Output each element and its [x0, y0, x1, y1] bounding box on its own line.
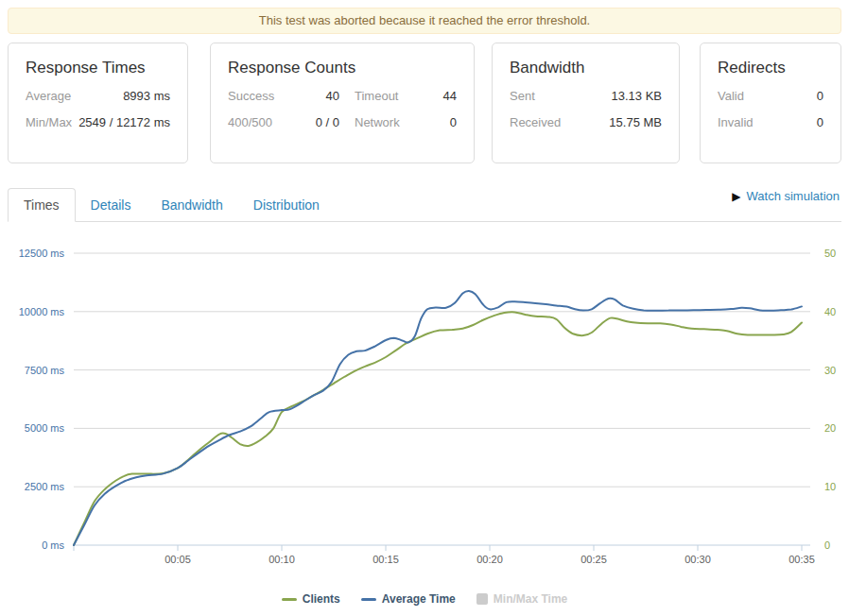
- stat-label: Network: [355, 115, 413, 129]
- stat-row: Invalid 0: [701, 115, 840, 129]
- card-title: Bandwidth: [493, 43, 679, 89]
- svg-text:2500 ms: 2500 ms: [25, 481, 65, 492]
- legend-label: Clients: [303, 592, 340, 606]
- svg-text:00:10: 00:10: [269, 554, 295, 565]
- stat-value: 0: [413, 115, 457, 129]
- card-bandwidth: Bandwidth Sent 13.13 KB Received 15.75 M…: [492, 43, 680, 163]
- svg-text:0: 0: [824, 539, 830, 551]
- svg-text:00:25: 00:25: [580, 554, 607, 565]
- stat-label: Sent: [510, 89, 535, 103]
- svg-text:30: 30: [824, 365, 836, 376]
- stat-label: Valid: [718, 89, 744, 103]
- svg-text:20: 20: [824, 422, 836, 434]
- svg-text:10: 10: [824, 481, 836, 492]
- stat-value: 13.13 KB: [612, 89, 663, 103]
- legend-label: Average Time: [382, 592, 456, 606]
- svg-text:12500 ms: 12500 ms: [19, 248, 65, 259]
- svg-text:00:35: 00:35: [788, 554, 815, 565]
- stat-label: Average: [26, 89, 71, 103]
- stat-row: Sent 13.13 KB: [493, 89, 679, 103]
- svg-text:7500 ms: 7500 ms: [25, 365, 65, 376]
- legend-item-average-time[interactable]: Average Time: [361, 592, 456, 606]
- stat-row: Average 8993 ms: [9, 89, 187, 103]
- stat-label: Invalid: [718, 115, 754, 129]
- stat-value: 15.75 MB: [609, 115, 662, 129]
- average-time-line-swatch: [361, 598, 376, 601]
- stat-value: 2549 / 12172 ms: [78, 115, 170, 129]
- svg-text:0 ms: 0 ms: [42, 539, 64, 551]
- svg-text:00:05: 00:05: [165, 554, 191, 565]
- stat-label: Success: [228, 89, 286, 103]
- card-title: Response Counts: [211, 43, 474, 89]
- card-title: Response Times: [9, 43, 187, 89]
- svg-text:00:30: 00:30: [684, 554, 711, 565]
- svg-text:00:15: 00:15: [373, 554, 399, 565]
- stat-value: 0: [817, 115, 823, 129]
- error-threshold-banner: This test was aborted because it reached…: [8, 8, 841, 34]
- stat-value: 40: [286, 89, 339, 103]
- chart-legend: Clients Average Time Min/Max Time: [0, 592, 849, 606]
- stat-label: 400/500: [228, 115, 286, 129]
- stat-row: Received 15.75 MB: [493, 115, 679, 129]
- watch-simulation-label: Watch simulation: [747, 189, 840, 203]
- svg-text:00:20: 00:20: [476, 554, 503, 565]
- stat-label: Received: [510, 115, 561, 129]
- stat-value: 0: [817, 89, 823, 103]
- tab-times[interactable]: Times: [8, 188, 76, 222]
- card-title: Redirects: [701, 43, 840, 89]
- tab-distribution[interactable]: Distribution: [238, 189, 335, 221]
- play-icon: ▶: [732, 190, 740, 203]
- svg-text:50: 50: [824, 248, 836, 259]
- stat-row: Min/Max 2549 / 12172 ms: [9, 115, 187, 129]
- stat-row: 400/500 0 / 0 Network 0: [211, 115, 474, 129]
- stat-value: 8993 ms: [123, 89, 170, 103]
- stat-value: 44: [413, 89, 457, 103]
- svg-text:5000 ms: 5000 ms: [25, 422, 65, 434]
- legend-item-clients[interactable]: Clients: [282, 592, 340, 606]
- legend-item-min-max-time[interactable]: Min/Max Time: [476, 592, 567, 606]
- tab-bandwidth[interactable]: Bandwidth: [146, 189, 237, 221]
- stat-value: 0 / 0: [286, 115, 339, 129]
- min-max-square-swatch: [476, 593, 488, 605]
- stat-label: Timeout: [355, 89, 413, 103]
- stat-row: Valid 0: [701, 89, 840, 103]
- results-tab-bar: Times Details Bandwidth Distribution: [8, 187, 841, 222]
- tab-details[interactable]: Details: [76, 189, 147, 221]
- card-response-counts: Response Counts Success 40 Timeout 44 40…: [210, 43, 475, 163]
- stat-row: Success 40 Timeout 44: [211, 89, 474, 103]
- legend-label: Min/Max Time: [494, 592, 567, 606]
- svg-text:10000 ms: 10000 ms: [19, 306, 65, 317]
- clients-line-swatch: [282, 598, 297, 601]
- load-test-results-page: This test was aborted because it reached…: [0, 0, 849, 616]
- card-response-times: Response Times Average 8993 ms Min/Max 2…: [8, 43, 188, 163]
- svg-text:40: 40: [824, 306, 836, 317]
- card-redirects: Redirects Valid 0 Invalid 0: [700, 43, 841, 163]
- stat-label: Min/Max: [26, 115, 72, 129]
- watch-simulation-link[interactable]: ▶ Watch simulation: [732, 189, 840, 203]
- banner-text: This test was aborted because it reached…: [259, 13, 590, 27]
